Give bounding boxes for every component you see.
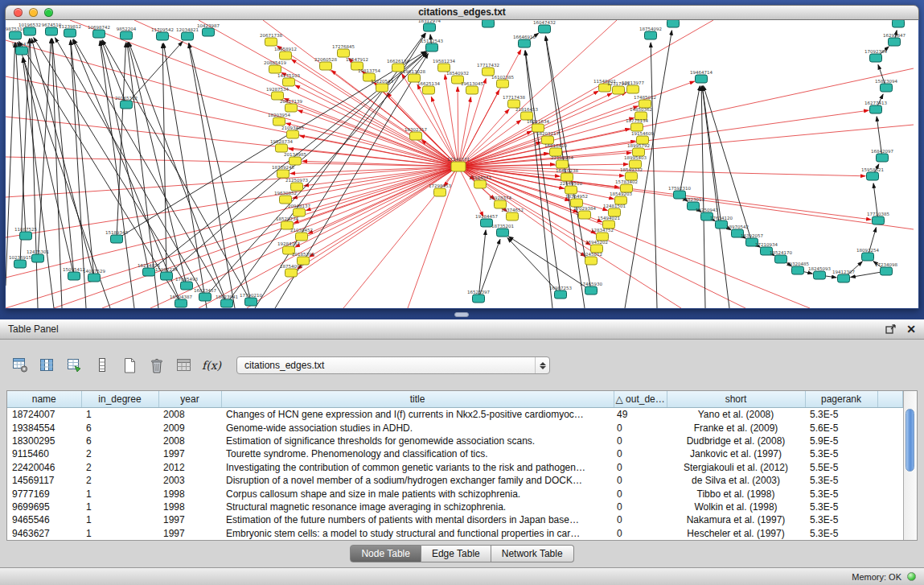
table-cell[interactable]: 5.3E-5	[805, 487, 877, 500]
table-vertical-scrollbar[interactable]	[903, 391, 917, 540]
table-cell[interactable]: Structural magnetic resonance image aver…	[221, 501, 614, 513]
table-cell[interactable]: 5.3E-5	[805, 474, 877, 487]
table-cell[interactable]: Changes of HCN gene expression and I(f) …	[221, 408, 614, 422]
table-cell[interactable]: Embryonic stem cells: a model to study s…	[221, 527, 614, 540]
table-cell[interactable]: Investigating the contribution of common…	[221, 461, 614, 474]
table-cell[interactable]: 5.9E-5	[805, 435, 877, 447]
table-cell[interactable]: 0	[614, 474, 667, 487]
column-header-short[interactable]: short	[667, 391, 805, 408]
tab-node-table[interactable]: Node Table	[350, 545, 421, 562]
table-cell[interactable]: Tourette syndrome. Phenomenology and cla…	[221, 447, 614, 460]
table-cell[interactable]: 0	[614, 487, 667, 500]
table-cell[interactable]: Disruption of a novel member of a sodium…	[221, 474, 614, 487]
table-row[interactable]: 946362711997Embryonic stem cells: a mode…	[7, 527, 903, 540]
delete-table-icon[interactable]	[146, 356, 167, 375]
column-header-pagerank[interactable]: pagerank	[805, 391, 877, 408]
table-cell[interactable]: 5.5E-5	[805, 461, 877, 474]
table-cell[interactable]: 9115460	[7, 447, 81, 460]
table-cell[interactable]: 5.3E-5	[805, 501, 877, 513]
float-panel-icon[interactable]	[882, 322, 898, 336]
table-row[interactable]: 977716911998Corpus callosum shape and si…	[7, 487, 903, 500]
column-header-in-degree[interactable]: in_degree	[81, 391, 158, 408]
column-header-out-degree-sorted[interactable]: △ out_de…	[614, 391, 667, 408]
network-canvas[interactable]: 9875310101965329674510112398121069874298…	[6, 20, 918, 308]
table-cell[interactable]: 18300295	[7, 435, 81, 447]
table-row[interactable]: 1830029562008Estimation of significance …	[7, 435, 903, 447]
table-cell[interactable]: Jankovic et al. (1997)	[667, 447, 805, 460]
table-row[interactable]: 1872400712008Changes of HCN gene express…	[7, 408, 903, 422]
table-cell[interactable]: 2009	[158, 421, 221, 434]
table-cell[interactable]: 0	[614, 447, 667, 460]
tab-network-table[interactable]: Network Table	[491, 545, 574, 562]
table-row[interactable]: 911546021997Tourette syndrome. Phenomeno…	[7, 447, 903, 460]
table-cell[interactable]: 2	[81, 461, 158, 474]
edit-table-icon[interactable]	[64, 356, 85, 375]
table-cell[interactable]: Corpus callosum shape and size in male p…	[221, 487, 614, 500]
rows-icon[interactable]	[92, 356, 113, 375]
table-cell[interactable]: 0	[614, 513, 667, 526]
close-panel-icon[interactable]: ✕	[903, 322, 919, 336]
table-cell[interactable]: 2012	[158, 461, 221, 474]
table-cell[interactable]: de Silva et al. (2003)	[667, 474, 805, 487]
table-cell[interactable]: 1997	[158, 447, 221, 460]
table-source-dropdown[interactable]: citations_edges.txt	[236, 356, 550, 374]
function-builder-icon[interactable]: f(x)	[201, 356, 222, 375]
table-cell[interactable]: 0	[614, 527, 667, 540]
table-row[interactable]: 946554611997Estimation of the future num…	[7, 513, 903, 526]
table-cell[interactable]: 9463627	[7, 527, 81, 540]
table-cell[interactable]: Genome-wide association studies in ADHD.	[221, 421, 614, 434]
table-cell[interactable]: Franke et al. (2009)	[667, 421, 805, 434]
minimize-window-button[interactable]	[29, 8, 38, 17]
table-cell[interactable]: 1998	[158, 501, 221, 513]
table-cell[interactable]: 22420046	[7, 461, 81, 474]
table-cell[interactable]: 0	[614, 461, 667, 474]
table-cell[interactable]: 2008	[158, 435, 221, 447]
table-cell[interactable]: 18724007	[7, 408, 81, 422]
column-header-year[interactable]: year	[158, 391, 221, 408]
table-cell[interactable]: 49	[614, 408, 667, 422]
table-cell[interactable]: 5.3E-5	[805, 527, 877, 540]
table-cell[interactable]: 1	[81, 501, 158, 513]
table-cell[interactable]: 19384554	[7, 421, 81, 434]
table-row[interactable]: 1456911722003Disruption of a novel membe…	[7, 474, 903, 487]
table-cell[interactable]: 6	[81, 435, 158, 447]
scrollbar-thumb[interactable]	[906, 409, 914, 472]
table-row[interactable]: 2242004622012Investigating the contribut…	[7, 461, 903, 474]
table-cell[interactable]: 5.6E-5	[805, 421, 877, 434]
table-cell[interactable]: 1	[81, 513, 158, 526]
show-columns-icon[interactable]	[37, 356, 58, 375]
panel-splitter-handle[interactable]	[454, 312, 469, 317]
network-window-titlebar[interactable]: citations_edges.txt	[5, 5, 919, 20]
table-cell[interactable]: 9465546	[7, 513, 81, 526]
table-cell[interactable]: 1	[81, 408, 158, 422]
table-cell[interactable]: 1997	[158, 527, 221, 540]
table-cell[interactable]: 5.3E-5	[805, 447, 877, 460]
table-cell[interactable]: Estimation of the future numbers of pati…	[221, 513, 614, 526]
table-cell[interactable]: 5.3E-5	[805, 513, 877, 526]
table-cell[interactable]: Nakamura et al. (1997)	[667, 513, 805, 526]
table-cell[interactable]: 1	[81, 487, 158, 500]
table-cell[interactable]: 2	[81, 474, 158, 487]
table-cell[interactable]: 9777169	[7, 487, 81, 500]
table-cell[interactable]: Dudbridge et al. (2008)	[667, 435, 805, 447]
table-cell[interactable]: 14569117	[7, 474, 81, 487]
import-table-icon[interactable]	[174, 356, 195, 375]
table-cell[interactable]: Estimation of significance thresholds fo…	[221, 435, 614, 447]
table-cell[interactable]: 5.3E-5	[805, 408, 877, 422]
table-cell[interactable]: 0	[614, 421, 667, 434]
table-cell[interactable]: Stergiakouli et al. (2012)	[667, 461, 805, 474]
close-window-button[interactable]	[14, 8, 23, 17]
new-column-icon[interactable]	[119, 356, 140, 375]
table-cell[interactable]: 1998	[158, 487, 221, 500]
tab-edge-table[interactable]: Edge Table	[421, 545, 491, 562]
table-cell[interactable]: 2003	[158, 474, 221, 487]
column-header-name[interactable]: name	[7, 391, 81, 408]
table-cell[interactable]: Hescheler et al. (1997)	[667, 527, 805, 540]
column-header-title[interactable]: title	[221, 391, 614, 408]
zoom-window-button[interactable]	[44, 8, 53, 17]
table-cell[interactable]: 9699695	[7, 501, 81, 513]
table-cell[interactable]: 0	[614, 501, 667, 513]
table-cell[interactable]: 2	[81, 447, 158, 460]
table-cell[interactable]: 2008	[158, 408, 221, 422]
table-row[interactable]: 1938455462009Genome-wide association stu…	[7, 421, 903, 434]
